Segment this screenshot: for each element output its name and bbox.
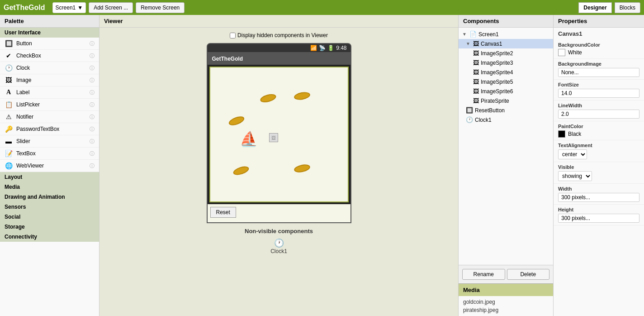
palette-item-notifier-label: Notifier [16,114,86,120]
textalignment-select[interactable]: center left right [558,149,587,159]
tree-item-canvas1[interactable]: ▼ 🖼 Canvas1 [459,39,553,48]
tree-item-resetbutton[interactable]: 🔲 ResetButton [459,105,553,115]
palette-item-listpicker-info[interactable]: ⓘ [90,101,95,108]
palette-item-clock[interactable]: 🕐 Clock ⓘ [0,62,99,74]
blocks-button[interactable]: Blocks [615,2,640,13]
button-icon: 🔲 [5,39,13,48]
tree-item-imagesprite5[interactable]: 🖼 ImageSprite5 [459,77,553,86]
palette-section-layout[interactable]: Layout [0,172,99,182]
paintcolor-swatch[interactable] [558,130,565,138]
palette-item-passwordtextbox-info[interactable]: ⓘ [90,126,95,133]
delete-button[interactable]: Delete [507,269,550,280]
screen1-label: Screen1 [478,31,499,38]
visible-select[interactable]: showing hidden [558,171,592,181]
palette-item-button[interactable]: 🔲 Button ⓘ [0,38,99,50]
prop-row-visible: Visible showing hidden [554,162,644,184]
tree-item-piratesprite[interactable]: 🖼 PirateSprite [459,96,553,105]
palette-item-label-info[interactable]: ⓘ [90,89,95,96]
phone-canvas-area[interactable]: ⛵ 🖼 [209,67,349,202]
palette-item-slider[interactable]: ▬ Slider ⓘ [0,135,99,148]
prop-row-backgroundcolor: BackgroundColor White [554,40,644,59]
palette-item-slider-info[interactable]: ⓘ [90,138,95,145]
palette-item-label[interactable]: A Label ⓘ [0,86,99,99]
palette-item-notifier-info[interactable]: ⓘ [90,114,95,120]
palette-header: Palette [0,15,99,28]
palette-item-button-info[interactable]: ⓘ [90,40,95,47]
properties-component-name: Canvas1 [554,28,644,40]
palette-section-sensors[interactable]: Sensors [0,202,99,212]
tree-item-imagesprite6[interactable]: 🖼 ImageSprite6 [459,86,553,96]
palette-item-notifier[interactable]: ⚠ Notifier ⓘ [0,111,99,123]
slider-icon: ▬ [5,137,13,145]
prop-color-row-backgroundcolor: White [558,49,639,56]
palette-item-passwordtextbox-label: PasswordTextBox [16,126,86,132]
remove-screen-button[interactable]: Remove Screen [136,2,185,13]
viewer-content: Display hidden components in Viewer 📶 📡 … [99,28,458,316]
linewidth-input[interactable] [558,110,639,119]
expand-screen1[interactable]: ▼ [462,32,468,37]
backgroundcolor-swatch[interactable] [558,49,565,56]
palette-item-image-info[interactable]: ⓘ [90,77,95,84]
palette-section-storage[interactable]: Storage [0,222,99,232]
label-icon: A [5,88,13,96]
components-header: Components [459,15,553,28]
palette-item-listpicker[interactable]: 📋 ListPicker ⓘ [0,99,99,111]
signal-icon: 📡 [319,45,326,51]
clock1-tree-icon: 🕐 [466,116,473,123]
palette-item-listpicker-label: ListPicker [16,101,86,108]
topbar: GetTheGold Screen1 ▼ Add Screen ... Remo… [0,0,644,15]
palette-item-button-label: Button [16,40,86,47]
imagesprite4-label: ImageSprite4 [481,69,513,76]
imagesprite6-label: ImageSprite6 [481,88,513,95]
components-buttons: Rename Delete [459,265,553,283]
display-hidden-checkbox[interactable] [230,33,236,38]
palette-item-clock-info[interactable]: ⓘ [90,65,95,72]
non-visible-label: Non-visible components [245,228,313,235]
reset-button-phone[interactable]: Reset [210,207,236,218]
add-screen-button[interactable]: Add Screen ... [89,2,133,13]
palette-section-media[interactable]: Media [0,182,99,192]
height-input[interactable] [558,214,639,223]
backgroundimage-input[interactable] [558,68,639,77]
rename-button[interactable]: Rename [462,269,505,280]
tree-item-imagesprite4[interactable]: 🖼 ImageSprite4 [459,67,553,77]
palette-item-checkbox-info[interactable]: ⓘ [90,53,95,59]
palette-section-social[interactable]: Social [0,212,99,222]
wifi-icon: 📶 [310,45,317,51]
prop-row-fontsize: FontSize [554,80,644,101]
palette-section-drawing[interactable]: Drawing and Animation [0,192,99,202]
tree-item-clock1[interactable]: 🕐 Clock1 [459,115,553,124]
palette-item-textbox[interactable]: 📝 TextBox ⓘ [0,148,99,160]
clock1-label: Clock1 [245,248,313,254]
components-tree: ▼ 📄 Screen1 ▼ 🖼 Canvas1 🖼 ImageSprite2 🖼… [459,28,553,265]
palette-section-user-interface[interactable]: User Interface [0,28,99,38]
designer-button[interactable]: Designer [578,2,611,13]
width-input[interactable] [558,193,639,202]
webviewer-icon: 🌐 [5,162,13,170]
tree-item-imagesprite3[interactable]: 🖼 ImageSprite3 [459,58,553,67]
palette-item-checkbox[interactable]: ✔ CheckBox ⓘ [0,50,99,62]
fontsize-input[interactable] [558,89,639,98]
phone-frame: 📶 📡 🔋 9:48 GetTheGold ⛵ [207,43,351,223]
expand-canvas1[interactable]: ▼ [466,41,471,47]
screen-dropdown[interactable]: Screen1 ▼ [52,2,86,13]
clock-time: 9:48 [336,45,346,51]
passwordtextbox-icon: 🔑 [5,125,13,133]
prop-label-paintcolor: PaintColor [558,124,639,129]
tree-item-imagesprite2[interactable]: 🖼 ImageSprite2 [459,48,553,58]
palette-item-webviewer-info[interactable]: ⓘ [90,163,95,169]
palette-panel: Palette User Interface 🔲 Button ⓘ ✔ Chec… [0,15,99,316]
prop-row-backgroundimage: BackgroundImage [554,59,644,80]
tree-item-screen1[interactable]: ▼ 📄 Screen1 [459,29,553,39]
palette-section-connectivity[interactable]: Connectivity [0,232,99,242]
display-hidden-label: Display hidden components in Viewer [237,32,328,38]
app-title: GetTheGold [4,4,45,12]
palette-item-textbox-info[interactable]: ⓘ [90,150,95,157]
palette-item-webviewer[interactable]: 🌐 WebViewer ⓘ [0,160,99,172]
imagesprite5-label: ImageSprite5 [481,79,513,85]
palette-item-image[interactable]: 🖼 Image ⓘ [0,74,99,86]
palette-item-passwordtextbox[interactable]: 🔑 PasswordTextBox ⓘ [0,123,99,135]
pirate-ship-sprite: ⛵ [237,129,260,149]
non-visible-section: Non-visible components 🕐 Clock1 [245,223,313,259]
prop-label-backgroundcolor: BackgroundColor [558,42,639,48]
